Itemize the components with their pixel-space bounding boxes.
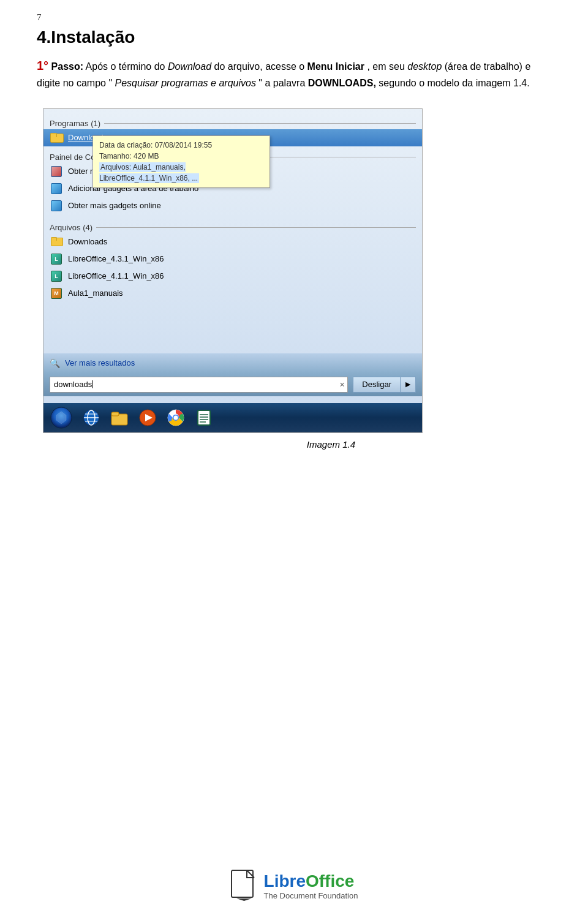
arquivo-item-1-label: LibreOffice_4.3.1_Win_x86 — [68, 254, 416, 263]
arquivos-section: Arquivos (4) Downloads L LibreOffice_4.3… — [43, 218, 422, 304]
footer-office: Office — [306, 872, 354, 891]
arquivo-icon-2: L — [50, 269, 63, 283]
programs-divider — [104, 123, 416, 124]
svg-rect-19 — [232, 870, 253, 897]
painel-item-2-label: Obter mais gadgets online — [68, 201, 416, 210]
arquivo-item-3[interactable]: M Aula1_manuais — [43, 285, 422, 302]
taskbar-chrome-button[interactable] — [162, 405, 189, 430]
taskbar-libreoffice-button[interactable] — [190, 405, 217, 430]
downloads-tooltip: Data da criação: 07/08/2014 19:55 Tamanh… — [92, 135, 270, 188]
tooltip-line2: Tamanho: 420 MB — [99, 151, 263, 162]
tooltip-line3: Arquivos: Aula1_manuais, LibreOffice_4.1… — [99, 162, 263, 184]
intro-text-middle: do arquivo, acesse o — [214, 61, 307, 72]
arquivo-item-2[interactable]: L LibreOffice_4.1.1_Win_x86 — [43, 268, 422, 285]
arquivos-header: Arquivos (4) — [43, 220, 422, 233]
desktop-italic: desktop — [407, 61, 442, 72]
gadgets-icon — [50, 182, 63, 195]
programs-header: Programas (1) — [43, 116, 422, 129]
page-number: 7 — [37, 12, 551, 23]
menu-spacer — [43, 304, 422, 353]
svg-rect-7 — [111, 412, 119, 416]
downloads-folder-icon — [50, 131, 63, 145]
intro-text-final: segundo o modelo da imagem 1.4. — [379, 78, 529, 88]
shutdown-arrow-button[interactable]: ▶ — [401, 377, 416, 393]
search-input-value: downloads — [54, 380, 92, 389]
start-button[interactable] — [46, 405, 77, 430]
section-title: 4.Instalação — [37, 28, 551, 47]
taskbar-ie-button[interactable] — [78, 405, 105, 430]
tooltip-line3-text: Arquivos: Aula1_manuais, LibreOffice_4.1… — [99, 162, 199, 183]
programs-section: Programas (1) Downloads Data da criação:… — [43, 114, 422, 149]
step-bold: Passo: — [51, 61, 83, 72]
arquivo-item-0-label: Downloads — [68, 237, 416, 246]
footer-libre: Libre — [264, 872, 306, 891]
download-italic: Download — [168, 61, 211, 72]
text-cursor — [92, 380, 93, 388]
intro-text-after: , em seu — [367, 61, 407, 72]
arquivo-icon-1: L — [50, 252, 63, 266]
footer-libreoffice-text: LibreOffice — [264, 872, 358, 891]
taskbar-media-button[interactable] — [134, 405, 161, 430]
intro-text-before: Após o término do — [86, 61, 168, 72]
menu-bold: Menu — [307, 61, 333, 72]
svg-rect-14 — [198, 410, 210, 425]
arquivo-folder-icon-0 — [50, 235, 63, 249]
shutdown-button-group: Desligar ▶ — [353, 377, 416, 393]
footer-foundation-text: The Document Foundation — [264, 891, 358, 900]
document-icon — [230, 869, 258, 903]
downloads-program-item[interactable]: Downloads Data da criação: 07/08/2014 19… — [43, 129, 422, 146]
search-clear-icon[interactable]: ✕ — [339, 380, 345, 388]
see-more-bar: 🔍 Ver mais resultados — [43, 353, 422, 373]
intro-text-end: " a palavra — [258, 78, 307, 88]
footer: LibreOffice The Document Foundation — [0, 869, 588, 903]
more-gadgets-icon — [50, 199, 63, 213]
start-menu-body: Programas (1) Downloads Data da criação:… — [43, 109, 422, 403]
step-number: 1° — [37, 59, 48, 72]
intro-paragraph: 1° Passo: Após o término do Download do … — [37, 56, 551, 91]
temas-icon — [50, 165, 63, 178]
footer-logo: LibreOffice The Document Foundation — [230, 869, 358, 903]
search-bottom-bar: downloads ✕ Desligar ▶ — [43, 373, 422, 396]
arquivo-item-1[interactable]: L LibreOffice_4.3.1_Win_x86 — [43, 250, 422, 268]
arquivos-label: Arquivos (4) — [50, 223, 92, 232]
taskbar-explorer-button[interactable] — [106, 405, 133, 430]
search-icon: 🔍 — [50, 358, 60, 368]
downloads-bold: DOWNLOADS, — [308, 78, 376, 88]
image-caption: Imagem 1.4 — [37, 439, 551, 450]
iniciar-bold: Iniciar — [336, 61, 364, 72]
arquivo-item-2-label: LibreOffice_4.1.1_Win_x86 — [68, 271, 416, 281]
footer-logo-text: LibreOffice The Document Foundation — [264, 872, 358, 900]
see-more-link[interactable]: Ver mais resultados — [65, 358, 135, 367]
windows-screenshot: Programas (1) Downloads Data da criação:… — [43, 108, 423, 433]
pesquisar-italic: Pesquisar programas e arquivos — [115, 78, 256, 88]
arquivos-divider — [96, 227, 416, 228]
search-input-container[interactable]: downloads ✕ — [50, 377, 348, 393]
arquivo-item-3-label: Aula1_manuais — [68, 288, 416, 298]
programs-label: Programas (1) — [50, 119, 100, 128]
tooltip-line1: Data da criação: 07/08/2014 19:55 — [99, 140, 263, 151]
painel-item-2[interactable]: Obter mais gadgets online — [43, 197, 422, 214]
arquivo-icon-3: M — [50, 287, 63, 300]
windows-taskbar — [43, 403, 422, 432]
svg-marker-20 — [236, 898, 252, 901]
svg-point-13 — [174, 415, 178, 420]
shutdown-button[interactable]: Desligar — [353, 377, 401, 393]
arquivo-item-0[interactable]: Downloads — [43, 233, 422, 250]
